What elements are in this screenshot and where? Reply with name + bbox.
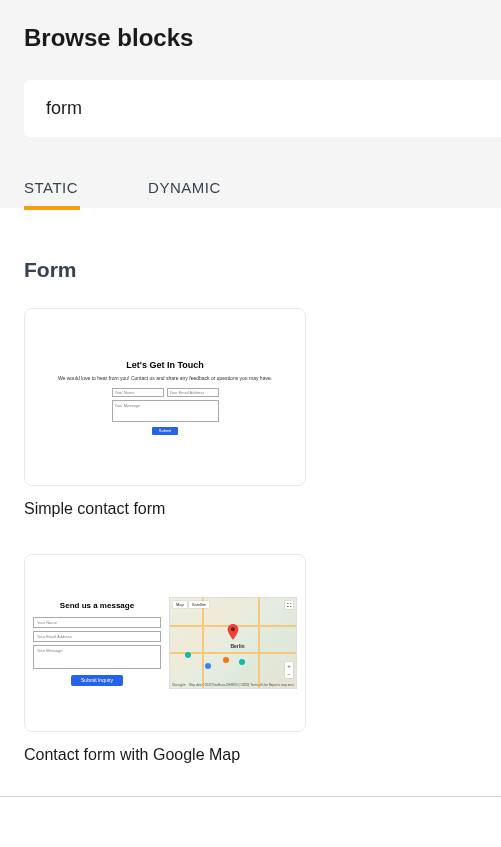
map-button-map: Map xyxy=(173,601,187,608)
page-title: Browse blocks xyxy=(24,24,477,52)
preview-subheading: We would love to hear from you! Contact … xyxy=(58,375,272,381)
content-section: Form Let's Get In Touch We would love to… xyxy=(0,208,501,796)
map-zoom-controls: + − xyxy=(285,662,293,678)
preview-map: Map Satellite ⛶ Berlin + − Google Map da… xyxy=(169,597,297,689)
map-city-label: Berlin xyxy=(230,643,244,649)
block-title: Contact form with Google Map xyxy=(24,746,477,764)
map-type-buttons: Map Satellite xyxy=(173,601,209,608)
preview-submit-button: Submit Inquiry xyxy=(71,675,123,686)
preview-email-field: Your Email Address xyxy=(33,631,161,642)
block-card-contact-map[interactable]: Send us a message Your Name Your Email A… xyxy=(24,554,306,732)
block-preview: Let's Get In Touch We would love to hear… xyxy=(25,309,305,485)
section-heading: Form xyxy=(24,258,477,282)
search-container xyxy=(24,80,501,137)
map-logo: Google xyxy=(172,682,186,687)
tabs: STATIC DYNAMIC xyxy=(24,179,477,208)
map-fullscreen-icon: ⛶ xyxy=(285,601,293,609)
preview-input-row: Your Name Your Email Address xyxy=(112,388,219,397)
block-card-simple-contact-form[interactable]: Let's Get In Touch We would love to hear… xyxy=(24,308,306,486)
preview-name-field: Your Name xyxy=(112,388,164,397)
preview-message-field: Your Message xyxy=(112,400,219,422)
map-zoom-in-icon: + xyxy=(285,662,293,670)
map-attribution: Map data ©2020 GeoBasis-DE/BKG (©2009) T… xyxy=(189,683,294,687)
map-zoom-out-icon: − xyxy=(285,670,293,678)
preview-name-field: Your Name xyxy=(33,617,161,628)
map-button-satellite: Satellite xyxy=(189,601,209,608)
preview-heading: Let's Get In Touch xyxy=(126,360,203,370)
divider xyxy=(0,796,501,797)
preview-submit-button: Submit xyxy=(152,427,178,435)
preview-heading: Send us a message xyxy=(33,601,161,610)
header-section: Browse blocks STATIC DYNAMIC xyxy=(0,0,501,208)
preview-message-field: Your Message xyxy=(33,645,161,669)
tab-dynamic[interactable]: DYNAMIC xyxy=(148,179,221,208)
map-pin-icon xyxy=(227,624,239,644)
block-preview: Send us a message Your Name Your Email A… xyxy=(25,555,305,731)
block-title: Simple contact form xyxy=(24,500,477,518)
preview-form-column: Send us a message Your Name Your Email A… xyxy=(33,601,161,686)
search-input[interactable] xyxy=(24,80,501,137)
tab-static[interactable]: STATIC xyxy=(24,179,78,208)
svg-point-0 xyxy=(231,627,235,631)
preview-email-field: Your Email Address xyxy=(167,388,219,397)
